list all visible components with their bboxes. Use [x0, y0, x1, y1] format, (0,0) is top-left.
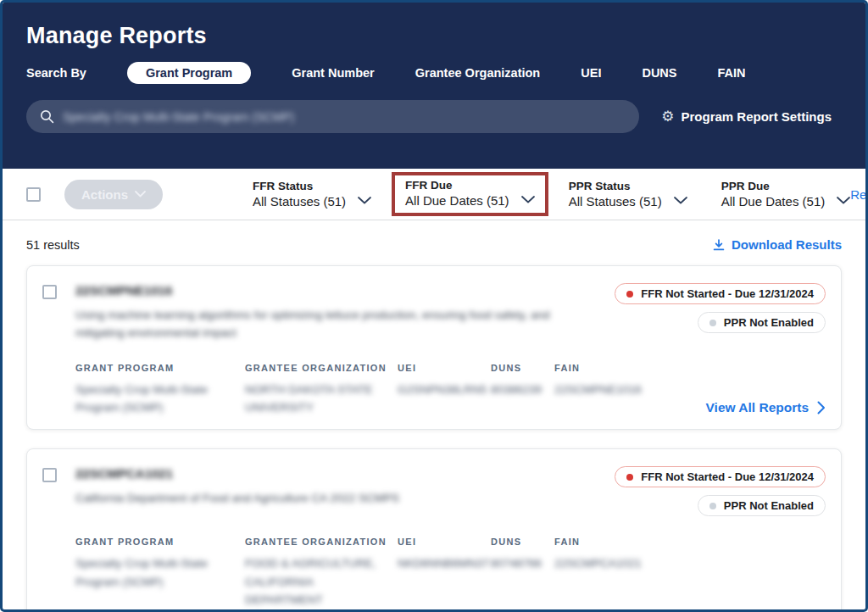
field-value: Specialty Crop Multi-State Program (SCMP… [75, 381, 245, 417]
report-card: 22SCMPNE1016 Using machine learning algo… [26, 265, 842, 430]
field-fain: FAIN 22SCMPNE1016 [554, 363, 690, 399]
view-all-reports-link[interactable]: View All Reports [706, 400, 826, 415]
ffr-status-dropdown[interactable]: FFR Status All Statuses (51) [253, 180, 371, 209]
field-label: DUNS [491, 537, 554, 547]
field-label: UEI [398, 537, 491, 547]
status-dot-red-icon [626, 474, 633, 481]
page-title: Manage Reports [26, 23, 842, 49]
chevron-down-icon [837, 197, 850, 204]
chevron-right-icon [817, 401, 826, 414]
search-icon [40, 109, 54, 124]
field-value: 22SCMPNE1016 [554, 381, 690, 399]
tab-grantee-organization[interactable]: Grantee Organization [415, 66, 540, 80]
search-by-label: Search By [26, 66, 86, 80]
field-label: UEI [398, 363, 491, 373]
field-label: GRANTEE ORGANIZATION [245, 537, 398, 547]
report-card: 22SCMPCA1021 California Department of Fo… [26, 448, 842, 612]
actions-button[interactable]: Actions [64, 180, 163, 209]
search-row: Specialty Crop Multi-State Program (SCMP… [26, 100, 842, 133]
status-dot-gray-icon [709, 503, 716, 509]
view-all-reports-label: View All Reports [706, 400, 809, 415]
reset-filters-link[interactable]: Reset Filters [850, 187, 868, 202]
download-results-label: Download Results [732, 237, 842, 252]
ppr-status-dropdown[interactable]: PPR Status All Statuses (51) [569, 180, 687, 209]
field-label: GRANT PROGRAM [75, 363, 245, 373]
grant-number-link[interactable]: 22SCMPNE1016 [75, 283, 172, 298]
ppr-status-badge: PPR Not Enabled [698, 495, 826, 516]
search-input[interactable]: Specialty Crop Multi-State Program (SCMP… [26, 100, 639, 133]
field-value: 80748766 [491, 554, 554, 573]
tab-duns[interactable]: DUNS [642, 66, 676, 80]
field-grant-program: GRANT PROGRAM Specialty Crop Multi-State… [75, 537, 245, 591]
field-duns: DUNS 80748766 [491, 537, 554, 573]
ffr-due-value: All Due Dates (51) [405, 193, 509, 208]
ffr-due-label: FFR Due [405, 179, 509, 192]
search-input-value: Specialty Crop Multi-State Program (SCMP… [63, 110, 294, 124]
field-value: 22SCMPCA1021 [554, 554, 690, 573]
report-checkbox[interactable] [42, 468, 57, 482]
tab-uei[interactable]: UEI [581, 66, 601, 80]
app-window: Manage Reports Search By Grant Program G… [0, 0, 868, 612]
filter-bar: Actions FFR Status All Statuses (51) FFR… [3, 169, 865, 220]
ppr-status-label: PPR Status [569, 180, 662, 192]
field-grantee-organization: GRANTEE ORGANIZATION NORTH DAKOTA STATE … [245, 363, 398, 417]
field-grantee-organization: GRANTEE ORGANIZATION FOOD & AGRICULTURE,… [245, 537, 398, 612]
select-all-checkbox[interactable] [26, 187, 41, 202]
tab-grant-number[interactable]: Grant Number [292, 66, 375, 80]
chevron-down-icon [358, 197, 371, 204]
program-report-settings-label: Program Report Settings [681, 109, 832, 124]
chevron-down-icon [521, 196, 535, 203]
field-label: DUNS [491, 363, 554, 373]
field-value: NORTH DAKOTA STATE UNIVERSITY [245, 381, 398, 417]
ppr-status-badge: PPR Not Enabled [698, 312, 826, 333]
gear-icon: ⚙ [661, 109, 674, 124]
field-value: 80386239 [491, 381, 554, 399]
ffr-status-value: All Statuses (51) [253, 194, 346, 209]
ffr-status-badge: FFR Not Started - Due 12/31/2024 [615, 283, 826, 304]
ppr-status-value: All Statuses (51) [569, 194, 662, 209]
field-label: GRANT PROGRAM [75, 537, 245, 547]
ffr-status-badge-label: FFR Not Started - Due 12/31/2024 [641, 470, 814, 483]
chevron-down-icon [135, 191, 146, 198]
tab-grant-program[interactable]: Grant Program [127, 62, 251, 84]
ppr-due-value: All Due Dates (51) [721, 194, 826, 209]
field-value: NKD6NNB6MN37 [398, 554, 491, 573]
grant-description: California Department of Food and Agricu… [75, 490, 584, 508]
ffr-status-badge: FFR Not Started - Due 12/31/2024 [615, 466, 826, 487]
status-dot-gray-icon [709, 320, 716, 326]
field-label: FAIN [554, 363, 690, 373]
field-value: Specialty Crop Multi-State Program (SCMP… [75, 554, 245, 591]
ffr-due-highlight-annotation: FFR Due All Due Dates (51) [392, 172, 548, 216]
field-label: GRANTEE ORGANIZATION [245, 363, 398, 373]
grant-number-link[interactable]: 22SCMPCA1021 [75, 466, 173, 481]
actions-button-label: Actions [81, 187, 128, 202]
field-fain: FAIN 22SCMPCA1021 [554, 537, 690, 573]
program-report-settings-button[interactable]: ⚙ Program Report Settings [661, 109, 832, 124]
chevron-down-icon [674, 197, 687, 204]
search-by-tabs: Search By Grant Program Grant Number Gra… [26, 66, 842, 80]
field-uei: UEI G2SNPN38LRN5 [398, 363, 491, 399]
download-icon [712, 238, 726, 252]
field-value: G2SNPN38LRN5 [398, 381, 491, 399]
results-bar: 51 results Download Results [3, 220, 865, 257]
ppr-due-label: PPR Due [721, 180, 826, 192]
results-count: 51 results [26, 238, 80, 252]
ppr-due-dropdown[interactable]: PPR Due All Due Dates (51) [721, 180, 851, 209]
report-checkbox[interactable] [42, 285, 57, 299]
field-value: FOOD & AGRICULTURE, CALIFORNIA DEPARTMEN… [245, 554, 398, 612]
field-uei: UEI NKD6NNB6MN37 [398, 537, 491, 573]
field-label: FAIN [554, 537, 690, 547]
report-list: 22SCMPNE1016 Using machine learning algo… [3, 257, 865, 612]
field-duns: DUNS 80386239 [491, 363, 554, 399]
tab-fain[interactable]: FAIN [718, 66, 746, 80]
status-dot-red-icon [626, 291, 633, 298]
ppr-status-badge-label: PPR Not Enabled [724, 316, 814, 329]
ffr-status-label: FFR Status [253, 180, 346, 192]
ffr-status-badge-label: FFR Not Started - Due 12/31/2024 [641, 287, 814, 300]
grant-description: Using machine learning algorithms for op… [75, 307, 584, 342]
ffr-due-dropdown[interactable]: FFR Due All Due Dates (51) [405, 179, 535, 208]
ppr-status-badge-label: PPR Not Enabled [724, 499, 814, 512]
page-header: Manage Reports Search By Grant Program G… [3, 3, 865, 169]
download-results-button[interactable]: Download Results [712, 237, 842, 252]
field-grant-program: GRANT PROGRAM Specialty Crop Multi-State… [75, 363, 245, 417]
